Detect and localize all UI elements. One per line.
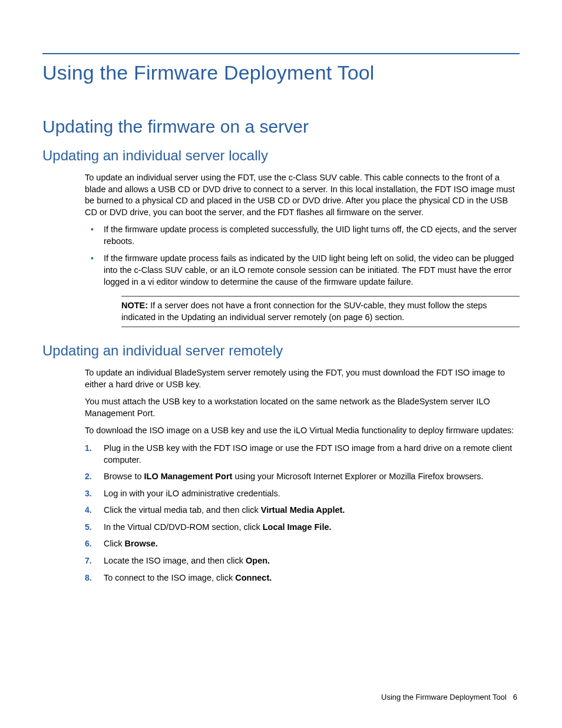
subsection-heading-remotely: Updating an individual server remotely xyxy=(42,342,520,359)
paragraph: To download the ISO image on a USB key a… xyxy=(85,425,520,437)
subsection-heading-locally: Updating an individual server locally xyxy=(42,147,520,164)
note-body: If a server does not have a front connec… xyxy=(121,301,487,322)
section-body-locally: To update an individual server using the… xyxy=(85,172,520,327)
bullet-list: If the firmware update process is comple… xyxy=(85,224,520,288)
top-rule xyxy=(42,53,520,54)
paragraph: To update an individual BladeSystem serv… xyxy=(85,367,520,390)
list-item: Plug in the USB key with the FDT ISO ima… xyxy=(85,443,520,466)
page-footer: Using the Firmware Deployment Tool 6 xyxy=(381,693,517,701)
note-label: NOTE: xyxy=(121,301,148,310)
list-item: If the firmware update process fails as … xyxy=(85,253,520,288)
list-item: To connect to the ISO image, click Conne… xyxy=(85,572,520,584)
paragraph: To update an individual server using the… xyxy=(85,172,520,218)
list-item: Click Browse. xyxy=(85,538,520,550)
section-heading: Updating the firmware on a server xyxy=(42,117,520,137)
numbered-steps: Plug in the USB key with the FDT ISO ima… xyxy=(85,443,520,584)
list-item: Click the virtual media tab, and then cl… xyxy=(85,505,520,516)
footer-page-number: 6 xyxy=(513,693,517,701)
list-item: If the firmware update process is comple… xyxy=(85,224,520,247)
list-item: Browse to ILO Management Port using your… xyxy=(85,471,520,483)
paragraph: You must attach the USB key to a worksta… xyxy=(85,396,520,419)
section-body-remotely: To update an individual BladeSystem serv… xyxy=(85,367,520,584)
list-item: Locate the ISO image, and then click Ope… xyxy=(85,555,520,567)
note-box: NOTE: If a server does not have a front … xyxy=(121,296,520,327)
list-item: Log in with your iLO administrative cred… xyxy=(85,488,520,500)
page-title: Using the Firmware Deployment Tool xyxy=(42,61,520,84)
list-item: In the Virtual CD/DVD-ROM section, click… xyxy=(85,522,520,533)
footer-text: Using the Firmware Deployment Tool xyxy=(381,693,507,701)
